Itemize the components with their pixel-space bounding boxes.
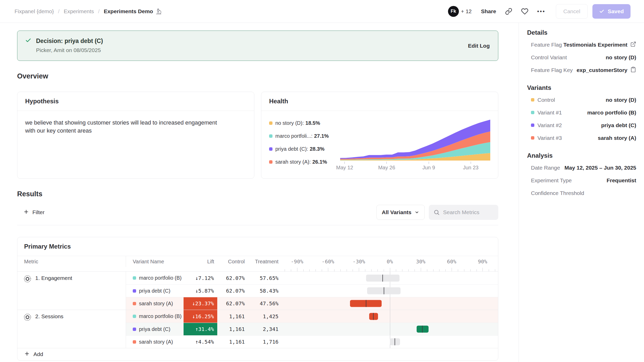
ci-axis-label: 60%: [447, 258, 456, 265]
metric-name-cell[interactable]: 2. Sessions: [17, 310, 126, 348]
legend-value: 28.3%: [310, 146, 325, 152]
sidebar-row-label: Control Variant: [531, 54, 567, 61]
plus-icon: [23, 209, 29, 216]
favorite-heart-icon[interactable]: [521, 8, 529, 15]
sidebar-row-value-text: no story (D): [606, 54, 636, 61]
health-chart-x-axis: May 12May 26Jun 9Jun 23: [340, 162, 490, 170]
table-row[interactable]: priya debt (C)↑31.4%1,1612,341: [126, 323, 498, 335]
breadcrumb-experiments[interactable]: Experiments: [64, 8, 94, 15]
filter-label: Filter: [32, 209, 45, 215]
ci-ruler-tick: [328, 268, 328, 271]
metrics-table-body: 1. Engagementmarco portfolio (B)↓7.12%62…: [17, 272, 498, 348]
table-row[interactable]: sarah story (A)↓23.37%62.07%47.56%: [126, 297, 498, 310]
sidebar-row-value: Frequentist: [607, 177, 636, 184]
ci-mean-tick: [373, 313, 374, 320]
external-link-icon[interactable]: [630, 41, 636, 48]
decision-title: Decision: priya debt (C): [36, 38, 103, 45]
treatment-cell: 58.43%: [248, 285, 282, 297]
table-row[interactable]: marco portfolio (B)↓7.12%62.07%57.65%: [126, 272, 498, 284]
variant-cell: sarah story (A): [126, 297, 184, 310]
cancel-button[interactable]: Cancel: [556, 4, 588, 19]
breadcrumb-current[interactable]: Experiments Demo: [104, 8, 162, 15]
zero-gridline: [390, 297, 390, 310]
ci-ruler-tick: [470, 269, 471, 271]
treatment-cell: 1,425: [248, 310, 282, 323]
variant-cell: priya debt (C): [126, 323, 184, 335]
table-row[interactable]: priya debt (C)↓5.87%62.07%58.43%: [126, 284, 498, 297]
variant-swatch: [133, 276, 136, 280]
sidebar-row-value: no story (D): [606, 54, 636, 61]
sidebar-row-label: Variant #3: [537, 135, 562, 141]
metric-rows: marco portfolio (B)↓7.12%62.07%57.65%pri…: [126, 272, 498, 310]
sidebar-section-analysis: Analysis Date RangeMay 12, 2025 – Jun 30…: [527, 152, 636, 199]
column-header-metric: Metric: [17, 256, 126, 267]
column-header-control: Control: [217, 256, 248, 267]
variant-swatch: [133, 302, 136, 305]
variants-row: Variant #1marco portfolio (B): [527, 106, 636, 119]
avatar[interactable]: Fk: [448, 6, 459, 17]
ci-ruler-tick: [408, 269, 409, 271]
variant-swatch: [133, 340, 136, 344]
variant-name: sarah story (A): [139, 301, 173, 307]
health-legend: no story (D):18.5%marco portfoli...:27.1…: [269, 117, 340, 170]
legend-swatch: [269, 160, 272, 164]
ci-ruler-tick: [439, 269, 439, 271]
legend-value: 27.1%: [314, 133, 329, 139]
zero-gridline: [390, 323, 390, 335]
zero-gridline: [390, 310, 390, 323]
sidebar-section-details: Details Feature FlagTestimonials Experim…: [527, 29, 636, 76]
ci-ruler-tick: [396, 269, 396, 271]
ci-ruler-tick: [297, 268, 297, 271]
variants-dropdown[interactable]: All Variants: [376, 205, 425, 220]
overflow-menu-icon[interactable]: •••: [537, 8, 545, 15]
collaborators-count[interactable]: + 12: [461, 8, 472, 15]
clipboard-icon[interactable]: [630, 67, 636, 74]
chevron-down-icon: [415, 210, 419, 215]
saved-button[interactable]: Saved: [592, 4, 631, 19]
lift-cell: ↓7.12%: [184, 272, 217, 284]
share-button[interactable]: Share: [481, 8, 496, 15]
control-cell: 62.07%: [217, 297, 248, 310]
table-row[interactable]: sarah story (A)↑4.54%1,1611,716: [126, 335, 498, 348]
metric-name-cell[interactable]: 1. Engagement: [17, 272, 126, 310]
table-row[interactable]: marco portfolio (B)↓16.25%1,1611,425: [126, 310, 498, 323]
stacked-area-chart: [340, 117, 490, 162]
edit-log-button[interactable]: Edit Log: [468, 43, 490, 49]
breadcrumb-current-label: Experiments Demo: [104, 8, 153, 15]
search-input[interactable]: [443, 209, 494, 215]
variant-name: priya debt (C): [139, 288, 170, 294]
sidebar-row-value-text: exp_customerStory: [577, 67, 627, 73]
hypothesis-card: Hypothesis we believe that showing custo…: [17, 92, 254, 179]
ci-ruler-tick: [347, 269, 347, 271]
check-icon: [25, 37, 31, 45]
sidebar-row-label: Control: [537, 97, 555, 103]
ci-mean-tick: [422, 326, 423, 333]
breadcrumb-project[interactable]: Fixpanel {demo}: [15, 8, 54, 15]
variant-swatch: [133, 315, 136, 318]
x-axis-label: Jun 23: [463, 165, 479, 171]
analysis-row: Confidence Threshold: [527, 187, 636, 199]
sidebar-row-value-text: Frequentist: [607, 177, 636, 184]
details-row: Control Variantno story (D): [527, 51, 636, 64]
ci-ruler-tick: [285, 269, 285, 271]
copy-link-icon[interactable]: [505, 8, 513, 15]
microscope-icon: [156, 8, 162, 15]
search-icon: [433, 209, 440, 215]
sidebar-row-value: exp_customerStory: [577, 67, 636, 74]
ci-ruler-tick: [495, 269, 495, 271]
sidebar-row-value-text: sarah story (A): [598, 135, 636, 141]
metrics-search-box[interactable]: [429, 205, 498, 220]
results-toolbar: Filter All Variants: [17, 205, 498, 220]
legend-value: 26.1%: [312, 159, 327, 165]
add-metric-button[interactable]: Add: [17, 348, 498, 360]
variant-name: priya debt (C): [139, 326, 170, 332]
ci-chart-cell: [282, 323, 498, 335]
add-filter-button[interactable]: Filter: [23, 209, 45, 216]
ci-chart-cell: [282, 310, 498, 323]
sidebar-row-value-text: May 12, 2025 – Jun 30, 2025: [564, 165, 636, 171]
column-header-treatment: Treatment: [248, 256, 282, 267]
ci-ruler-tick: [390, 268, 390, 271]
details-heading: Details: [527, 29, 636, 36]
primary-metrics-card: Primary Metrics Metric Variant Name Lift…: [17, 237, 498, 361]
sidebar-row-value: sarah story (A): [598, 135, 636, 141]
